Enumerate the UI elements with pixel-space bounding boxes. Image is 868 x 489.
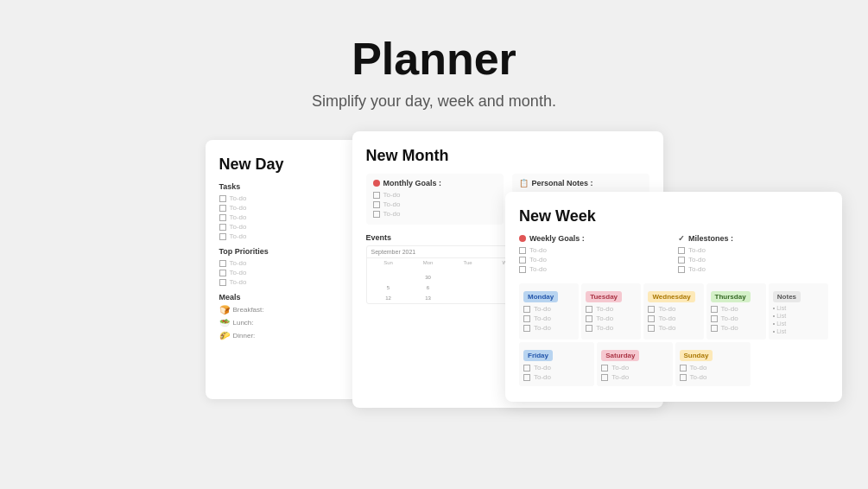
dinner-icon: 🌮: [219, 331, 230, 340]
list-item: To-do: [601, 364, 668, 372]
list-item: To-do: [678, 256, 828, 264]
list-item: To-do: [519, 246, 669, 254]
page-header: Planner Simplify your day, week and mont…: [312, 0, 556, 111]
sunday-label: Sunday: [680, 350, 713, 361]
list-item: To-do: [711, 314, 762, 322]
milestones-section: ✓ Milestones : To-do To-do To-do: [678, 234, 828, 275]
checkbox-icon: [648, 315, 655, 322]
friday-col: Friday To-do To-do: [519, 342, 594, 386]
list-item: To-do: [523, 324, 574, 332]
friday-label: Friday: [523, 350, 553, 361]
list-item: To-do: [678, 265, 828, 273]
checkbox-icon: [523, 374, 530, 381]
notes-icon: 📋: [519, 179, 529, 187]
list-item: To-do: [219, 232, 356, 240]
checkbox-icon: [601, 374, 608, 381]
checkbox-icon: [678, 247, 685, 254]
dinner-label: Dinner:: [233, 332, 256, 340]
notes-list-item: List: [773, 321, 824, 327]
list-item: To-do: [219, 204, 356, 212]
checkbox-icon: [523, 325, 530, 332]
list-item: To-do: [219, 213, 356, 221]
checkbox-icon: [219, 270, 226, 276]
new-week-card: New Week Weekly Goals : To-do To-do To-d…: [505, 192, 842, 402]
list-item: To-do: [219, 278, 356, 286]
list-item: To-do: [648, 324, 699, 332]
list-item: To-do: [219, 194, 356, 202]
day-name: Tue: [448, 260, 488, 265]
checkbox-icon: [711, 325, 718, 332]
priorities-label: Top Priorities: [219, 247, 356, 256]
list-item: To-do: [648, 305, 699, 313]
list-item: To-do: [586, 324, 637, 332]
checkbox-icon: [373, 201, 380, 208]
new-day-card: New Day Tasks To-do To-do To-do To-do To…: [206, 140, 370, 399]
notes-list-item: List: [773, 328, 824, 334]
list-item: To-do: [219, 259, 356, 267]
list-item: To-do: [648, 314, 699, 322]
monday-col: Monday To-do To-do To-do: [519, 283, 579, 340]
weekly-goals-title: Weekly Goals :: [519, 234, 669, 243]
saturday-label: Saturday: [601, 350, 639, 361]
checkbox-icon: [711, 306, 718, 313]
tasks-label: Tasks: [219, 182, 356, 191]
list-item: To-do: [711, 324, 762, 332]
day-name: Mon: [409, 260, 448, 265]
checkbox-icon: [601, 365, 608, 372]
checkbox-icon: [219, 205, 226, 212]
checkbox-icon: [219, 214, 226, 221]
saturday-col: Saturday To-do To-do: [597, 342, 672, 386]
checkbox-icon: [680, 374, 687, 381]
milestones-title: ✓ Milestones :: [678, 234, 828, 243]
list-item: To-do: [519, 265, 669, 273]
breakfast-label: Breakfast:: [233, 306, 264, 314]
month-card-title: New Month: [366, 147, 649, 165]
list-item: To-do: [678, 246, 828, 254]
checkbox-icon: [680, 365, 687, 372]
red-dot-icon: [519, 235, 526, 242]
monday-label: Monday: [523, 291, 558, 302]
list-item: To-do: [586, 305, 637, 313]
tuesday-col: Tuesday To-do To-do To-do: [581, 283, 641, 340]
week-days-row1: Monday To-do To-do To-do Tuesday To-do T…: [519, 283, 828, 340]
list-item: To-do: [601, 373, 668, 381]
monthly-goals-section: Monthly Goals : To-do To-do To-do: [366, 174, 504, 225]
checkbox-icon: [678, 257, 685, 264]
list-item: To-do: [519, 256, 669, 264]
breakfast-icon: 🍞: [219, 305, 230, 314]
breakfast-row: 🍞 Breakfast:: [219, 305, 356, 314]
checkbox-icon: [219, 195, 226, 202]
checkmark-icon: ✓: [678, 234, 685, 243]
checkbox-icon: [519, 247, 526, 254]
dinner-row: 🌮 Dinner:: [219, 331, 356, 340]
checkbox-icon: [523, 365, 530, 372]
checkbox-icon: [586, 315, 592, 322]
checkbox-icon: [711, 315, 718, 322]
notes-list-item: List: [773, 313, 824, 319]
checkbox-icon: [586, 325, 592, 332]
page-title: Planner: [312, 35, 556, 84]
checkbox-icon: [219, 233, 226, 240]
list-item: To-do: [219, 269, 356, 276]
page-subtitle: Simplify your day, week and month.: [312, 92, 556, 111]
list-item: To-do: [523, 305, 574, 313]
day-name: Sun: [369, 260, 409, 265]
week-card-title: New Week: [519, 207, 828, 225]
notes-col: Notes List List List List: [769, 283, 828, 340]
notes-list-item: List: [773, 305, 824, 311]
week-top-sections: Weekly Goals : To-do To-do To-do ✓ Miles…: [519, 234, 828, 275]
wednesday-col: Wednesday To-do To-do To-do: [643, 283, 703, 340]
checkbox-icon: [219, 224, 226, 231]
list-item: To-do: [711, 305, 762, 313]
cards-container: New Day Tasks To-do To-do To-do To-do To…: [0, 131, 868, 408]
checkbox-icon: [678, 266, 685, 273]
checkbox-icon: [219, 260, 226, 267]
list-item: To-do: [219, 223, 356, 231]
day-card-title: New Day: [219, 156, 356, 174]
wednesday-label: Wednesday: [648, 291, 694, 302]
list-item: To-do: [586, 314, 637, 322]
checkbox-icon: [519, 257, 526, 264]
list-item: To-do: [523, 314, 574, 322]
checkbox-icon: [373, 192, 380, 199]
monthly-goals-title: Monthly Goals :: [373, 179, 497, 187]
